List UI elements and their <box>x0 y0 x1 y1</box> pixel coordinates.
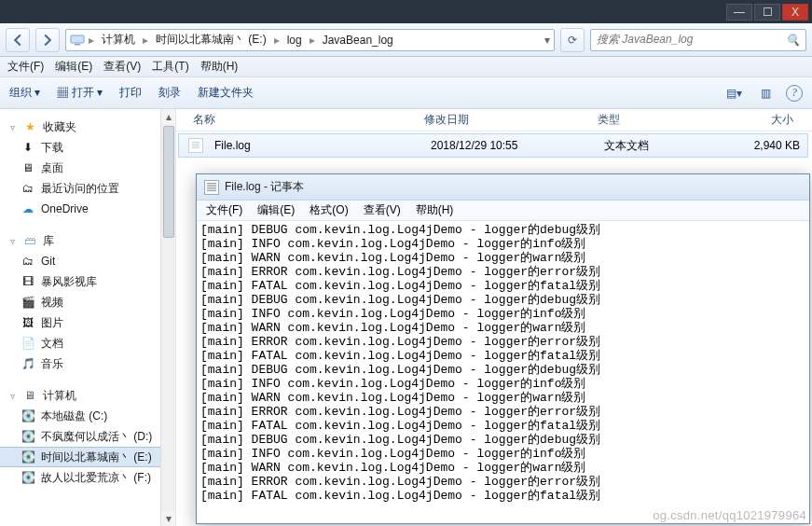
file-size: 2,940 KB <box>727 139 807 152</box>
sidebar-item-drive-d[interactable]: 💽不疯魔何以成活丶 (D:) <box>0 426 175 447</box>
sidebar-item-drive-f[interactable]: 💽故人以北爱荒凉丶 (F:) <box>0 467 175 488</box>
libraries-group: ▿ 🗃 库 🗂Git 🎞暴风影视库 🎬视频 🖼图片 📄文档 🎵音乐 <box>0 230 175 374</box>
collapse-icon: ▿ <box>7 391 17 401</box>
sidebar-item-music[interactable]: 🎵音乐 <box>0 353 175 374</box>
burn-button[interactable]: 刻录 <box>158 85 181 101</box>
video-icon: 🎬 <box>21 295 35 310</box>
sidebar-item-videos[interactable]: 🎬视频 <box>0 292 175 312</box>
menu-file[interactable]: 文件(F) <box>7 59 44 75</box>
chevron-right-icon <box>41 34 54 47</box>
notepad-titlebar[interactable]: File.log - 记事本 <box>197 174 809 201</box>
search-input[interactable]: 搜索 JavaBean_log 🔍 <box>590 29 806 51</box>
refresh-button[interactable]: ⟳ <box>560 28 585 52</box>
computer-icon <box>70 34 85 47</box>
breadcrumb-log[interactable]: log <box>283 34 306 47</box>
svg-rect-1 <box>75 44 80 46</box>
nav-scrollbar[interactable]: ▴ ▾ <box>160 109 175 526</box>
view-mode-button[interactable]: ▤ ▾ <box>723 83 745 104</box>
menu-help[interactable]: 帮助(H) <box>200 59 239 75</box>
help-button[interactable]: ? <box>786 85 803 102</box>
new-folder-button[interactable]: 新建文件夹 <box>198 85 254 101</box>
desktop-icon: 🖥 <box>21 160 35 175</box>
text-file-icon <box>188 138 203 153</box>
close-button[interactable]: X <box>782 4 808 21</box>
recent-icon: 🗂 <box>21 181 35 196</box>
scroll-up-icon[interactable]: ▴ <box>161 109 175 124</box>
sidebar-item-documents[interactable]: 📄文档 <box>0 333 175 353</box>
scroll-down-icon[interactable]: ▾ <box>161 511 175 526</box>
computer-group: ▿ 🖥 计算机 💽本地磁盘 (C:) 💽不疯魔何以成活丶 (D:) 💽时间以北幕… <box>0 385 175 488</box>
cloud-icon: ☁ <box>21 201 35 216</box>
sidebar-item-pictures[interactable]: 🖼图片 <box>0 312 175 333</box>
column-date[interactable]: 修改日期 <box>417 112 590 128</box>
file-row[interactable]: File.log 2018/12/29 10:55 文本文档 2,940 KB <box>178 133 808 158</box>
address-dropdown-icon[interactable]: ▾ <box>544 34 550 47</box>
notepad-icon <box>204 180 219 195</box>
collapse-icon: ▿ <box>7 122 17 132</box>
media-icon: 🎞 <box>21 274 35 289</box>
sidebar-item-drive-c[interactable]: 💽本地磁盘 (C:) <box>0 406 175 426</box>
crumb-sep: ▸ <box>89 34 94 47</box>
np-menu-file[interactable]: 文件(F) <box>206 202 242 218</box>
menu-view[interactable]: 查看(V) <box>103 59 141 75</box>
sidebar-item-storm[interactable]: 🎞暴风影视库 <box>0 271 175 292</box>
breadcrumb-javabean-log[interactable]: JavaBean_log <box>319 34 397 47</box>
np-menu-view[interactable]: 查看(V) <box>364 202 401 218</box>
np-menu-format[interactable]: 格式(O) <box>310 202 348 218</box>
scroll-thumb[interactable] <box>163 126 174 238</box>
address-bar-row: ▸ 计算机 ▸ 时间以北幕城南丶 (E:) ▸ log ▸ JavaBean_l… <box>0 23 812 57</box>
np-menu-edit[interactable]: 编辑(E) <box>257 202 295 218</box>
notepad-window: File.log - 记事本 文件(F) 编辑(E) 格式(O) 查看(V) 帮… <box>196 173 810 524</box>
minimize-button[interactable]: — <box>726 4 752 21</box>
file-type: 文本文档 <box>597 138 727 154</box>
sidebar-item-git[interactable]: 🗂Git <box>0 251 175 271</box>
print-button[interactable]: 打印 <box>119 85 142 101</box>
preview-pane-icon: ▥ <box>761 87 771 100</box>
address-bar[interactable]: ▸ 计算机 ▸ 时间以北幕城南丶 (E:) ▸ log ▸ JavaBean_l… <box>65 29 555 51</box>
picture-icon: 🖼 <box>21 315 35 330</box>
menu-tools[interactable]: 工具(T) <box>152 59 188 75</box>
notepad-menu: 文件(F) 编辑(E) 格式(O) 查看(V) 帮助(H) <box>197 201 809 221</box>
star-icon: ★ <box>22 119 37 134</box>
sidebar-item-onedrive[interactable]: ☁OneDrive <box>0 199 175 219</box>
refresh-icon: ⟳ <box>568 34 577 47</box>
document-icon: 📄 <box>21 336 35 351</box>
sidebar-item-drive-e[interactable]: 💽时间以北幕城南丶 (E:) <box>0 447 175 467</box>
libraries-header[interactable]: ▿ 🗃 库 <box>0 230 175 251</box>
menu-edit[interactable]: 编辑(E) <box>55 59 92 75</box>
column-name[interactable]: 名称 <box>186 112 417 128</box>
search-placeholder: 搜索 JavaBean_log <box>597 32 786 48</box>
column-size[interactable]: 大小 <box>721 112 801 128</box>
sidebar-item-downloads[interactable]: ⬇下载 <box>0 137 175 158</box>
favorites-group: ▿ ★ 收藏夹 ⬇下载 🖥桌面 🗂最近访问的位置 ☁OneDrive <box>0 117 175 219</box>
drive-icon: 💽 <box>21 470 35 485</box>
music-icon: 🎵 <box>21 356 35 371</box>
organize-button[interactable]: 组织 ▾ <box>9 85 40 101</box>
forward-button[interactable] <box>35 28 60 52</box>
preview-pane-button[interactable]: ▥ <box>754 83 777 104</box>
column-type[interactable]: 类型 <box>590 112 721 128</box>
column-headers: 名称 修改日期 类型 大小 <box>176 109 812 132</box>
open-button[interactable]: ▦ 打开 ▾ <box>57 85 103 101</box>
watermark: og.csdn.net/qq1021979964 <box>653 508 806 522</box>
sidebar-item-recent[interactable]: 🗂最近访问的位置 <box>0 178 175 199</box>
library-icon: 🗃 <box>22 233 37 248</box>
favorites-header[interactable]: ▿ ★ 收藏夹 <box>0 117 175 137</box>
breadcrumb-drive-e[interactable]: 时间以北幕城南丶 (E:) <box>152 32 270 48</box>
back-button[interactable] <box>6 28 30 52</box>
git-icon: 🗂 <box>21 254 35 269</box>
download-icon: ⬇ <box>21 140 35 155</box>
computer-header[interactable]: ▿ 🖥 计算机 <box>0 385 175 406</box>
view-mode-icon: ▤ <box>726 87 736 100</box>
notepad-body[interactable]: [main] DEBUG com.kevin.log.Log4jDemo - l… <box>197 221 809 523</box>
breadcrumb-computer[interactable]: 计算机 <box>98 32 139 48</box>
collapse-icon: ▿ <box>7 236 17 246</box>
np-menu-help[interactable]: 帮助(H) <box>416 202 454 218</box>
sidebar-item-desktop[interactable]: 🖥桌面 <box>0 158 175 178</box>
menu-bar: 文件(F) 编辑(E) 查看(V) 工具(T) 帮助(H) <box>0 57 812 77</box>
drive-icon: 💽 <box>21 450 35 464</box>
maximize-button[interactable]: ☐ <box>754 4 780 21</box>
svg-rect-0 <box>71 35 84 43</box>
navigation-pane: ▿ ★ 收藏夹 ⬇下载 🖥桌面 🗂最近访问的位置 ☁OneDrive ▿ 🗃 库… <box>0 109 176 526</box>
chevron-left-icon <box>11 34 24 47</box>
